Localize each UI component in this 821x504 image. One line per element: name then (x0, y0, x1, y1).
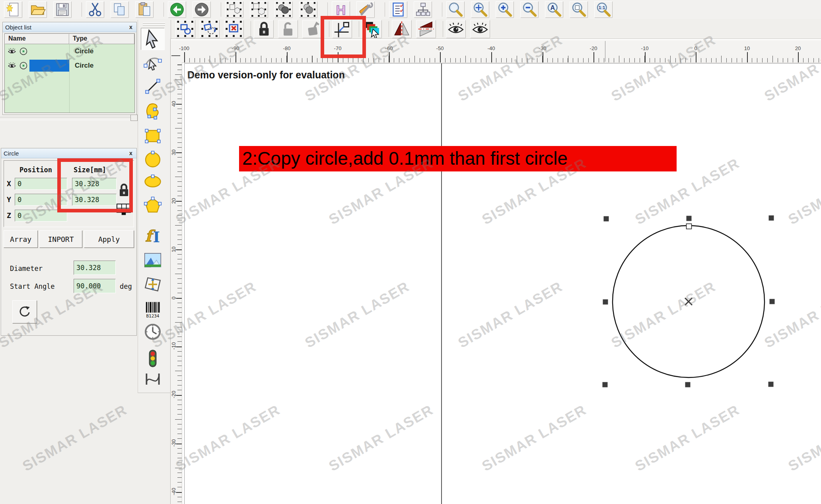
rectangle-icon (142, 126, 163, 146)
transform-scale-icon (176, 20, 195, 38)
save-file-button[interactable] (53, 1, 72, 18)
zoom-window-button[interactable] (446, 1, 465, 18)
zoom-in-button[interactable] (496, 1, 514, 18)
lock-alt-button[interactable] (302, 20, 322, 38)
circle-button[interactable] (141, 148, 165, 170)
redo-button[interactable] (193, 1, 211, 18)
rectangle-button[interactable] (141, 125, 165, 147)
select-button[interactable] (141, 28, 165, 50)
transform-rotate-button[interactable] (200, 20, 220, 38)
position-x-field[interactable] (15, 178, 67, 190)
visibility-eye-icon[interactable] (6, 47, 18, 56)
param-list-icon (389, 2, 407, 18)
paste-button[interactable] (135, 1, 154, 18)
mirror-vertical-icon (416, 20, 436, 38)
vector-file-icon (142, 274, 163, 294)
layers-button[interactable] (362, 20, 382, 38)
panel-splitter-grip[interactable] (130, 115, 138, 121)
aspect-lock-button[interactable] (116, 182, 132, 198)
new-document-button[interactable] (4, 1, 22, 18)
weld-dark-button[interactable] (274, 1, 293, 18)
drawing-canvas[interactable]: -100-90-80-70-60-50-40-30-20-1001020 403… (170, 39, 821, 504)
input-output-button[interactable] (141, 347, 165, 370)
open-folder-button[interactable] (29, 1, 47, 18)
ellipse-button[interactable] (141, 170, 165, 192)
node-group-button[interactable] (225, 1, 243, 18)
cut-button[interactable] (86, 1, 104, 18)
object-list-row[interactable]: Circle (5, 44, 134, 58)
zoom-page-button[interactable] (570, 1, 588, 18)
object-list-row[interactable]: Circle (5, 58, 134, 73)
inport-button[interactable]: INPORT (39, 230, 82, 248)
line-button[interactable] (141, 75, 165, 97)
axis-label-z: Z (7, 211, 11, 220)
hatch-button[interactable] (332, 1, 350, 18)
object-name-cell[interactable] (29, 60, 69, 72)
position-y-field[interactable] (15, 194, 67, 206)
vector-file-button[interactable] (141, 273, 165, 295)
transform-scale-button[interactable] (175, 20, 195, 38)
bitmap-button[interactable] (141, 249, 165, 271)
mirror-vertical-button[interactable] (416, 20, 436, 38)
toolbar-grip[interactable] (143, 22, 165, 23)
annotation-banner: 2:Copy circle,add 0.1mm than first circl… (239, 146, 677, 171)
freehand-button[interactable] (141, 100, 165, 123)
close-icon[interactable]: x (127, 150, 134, 157)
toolbar-separator (327, 2, 328, 17)
lock-button[interactable] (254, 20, 274, 38)
spline-button[interactable] (141, 368, 165, 390)
node-edit-icon (142, 52, 163, 72)
delete-selection-icon (224, 20, 243, 38)
array-grid-button[interactable] (115, 201, 132, 218)
size-y-field[interactable] (72, 194, 117, 206)
mirror-horizontal-button[interactable] (392, 20, 412, 38)
system-tools-button[interactable] (356, 1, 375, 18)
array-button[interactable]: Array (4, 230, 38, 248)
preview-eye-button[interactable] (446, 20, 466, 38)
panel-splitter[interactable] (0, 117, 138, 120)
object-list-titlebar: Object list x (3, 22, 136, 32)
zoom-move-button[interactable] (471, 1, 489, 18)
toolbar-separator (389, 21, 389, 37)
preview-eye-icon (446, 20, 465, 38)
diameter-field[interactable] (74, 261, 116, 275)
param-list-button[interactable] (389, 1, 407, 18)
preview-eye-2-button[interactable] (470, 20, 490, 38)
put-to-origin-button[interactable] (332, 20, 352, 38)
toolbar-separator (251, 21, 251, 37)
column-header-name[interactable]: Name (5, 34, 69, 44)
weld-light-button[interactable] (299, 1, 317, 18)
polygon-button[interactable] (141, 194, 165, 216)
barcode-button[interactable] (141, 298, 165, 321)
column-header-type[interactable]: Type (69, 34, 134, 44)
transform-rotate-icon (200, 20, 219, 38)
apply-button[interactable]: Apply (84, 230, 134, 248)
node-edit-button[interactable] (141, 51, 165, 73)
axis-label-x: X (7, 179, 11, 188)
undo-button[interactable] (168, 1, 186, 18)
unlock-icon (278, 20, 298, 38)
position-z-field[interactable] (15, 210, 67, 222)
toolbar-separator (442, 2, 442, 17)
unlock-button[interactable] (278, 20, 298, 38)
delete-selection-button[interactable] (224, 20, 244, 38)
paste-icon (136, 2, 153, 18)
circle-start-node[interactable] (687, 224, 692, 229)
text-button[interactable] (141, 225, 165, 247)
object-name-cell[interactable] (29, 45, 69, 57)
visibility-eye-icon[interactable] (6, 61, 18, 70)
size-x-field[interactable] (72, 178, 117, 190)
selected-circle-shape[interactable] (171, 39, 821, 504)
node-ungroup-button[interactable] (250, 1, 268, 18)
zoom-all-button[interactable] (545, 1, 563, 18)
circle-properties-panel: Circle x Position Size[mm] X Y Z Array I… (1, 148, 137, 336)
close-icon[interactable]: x (127, 23, 134, 31)
zoom-one-button[interactable] (594, 1, 613, 18)
delay-button[interactable] (141, 321, 165, 343)
open-folder-icon (29, 2, 47, 18)
object-tree-button[interactable] (414, 1, 432, 18)
copy-button[interactable] (111, 1, 129, 18)
zoom-out-button[interactable] (520, 1, 539, 18)
rotate-button[interactable] (12, 300, 37, 323)
start-angle-field[interactable] (74, 279, 116, 293)
